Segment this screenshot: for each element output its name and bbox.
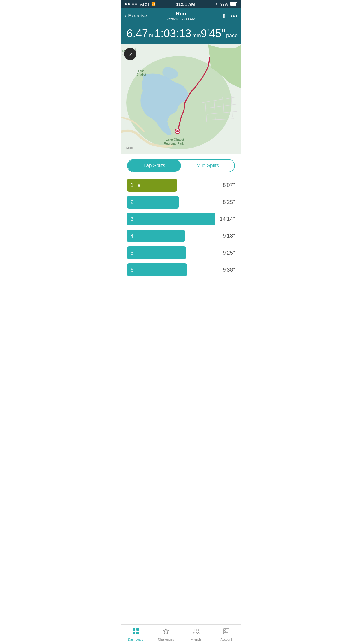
split-row: 49'18" [127,230,235,242]
pace-unit: pace [226,33,238,38]
split-time: 8'07" [215,182,235,188]
lap-splits-button[interactable]: Lap Splits [128,160,181,172]
nav-bar: ‹ Exercise Run 2/20/16, 9:00 AM ⬆ [121,8,241,24]
split-lap-number: 2 [131,199,133,205]
nav-actions: ⬆ [209,13,238,20]
more-button[interactable] [231,15,237,17]
split-time: 9'18" [215,233,235,239]
stat-distance: 6.47mi [126,28,154,39]
split-time: 9'38" [215,267,235,273]
split-lap-number: 1 [131,182,133,188]
split-lap-number: 4 [131,233,133,239]
svg-text:Lake Chabot: Lake Chabot [166,138,184,141]
carrier-label: AT&T [140,2,150,6]
split-bar-1: 1★ [127,179,177,192]
svg-text:Chabot: Chabot [137,73,146,76]
split-lap-number: 5 [131,250,133,256]
distance-unit: mi [149,33,154,38]
map-container: Lake Chabot ke t olf C rse Lake Chabot R… [121,44,241,154]
svg-text:Regional Park: Regional Park [164,142,184,145]
split-row: 314'14" [127,213,235,225]
stat-duration: 1:03:13min [154,28,201,39]
split-time: 9'25" [215,250,235,256]
split-row: 28'25" [127,196,235,209]
mile-splits-button[interactable]: Mile Splits [181,160,234,172]
chevron-left-icon: ‹ [125,13,127,19]
svg-text:Legal: Legal [126,146,133,149]
splits-toggle: Lap Splits Mile Splits [127,159,235,172]
back-button[interactable]: ‹ Exercise [125,13,153,19]
nav-title: Run 2/20/16, 9:00 AM [153,11,209,21]
stat-pace: 9'45"pace [201,28,238,39]
split-bar-2: 2 [127,196,179,209]
svg-point-20 [176,130,179,132]
map-svg: Lake Chabot ke t olf C rse Lake Chabot R… [121,44,241,154]
split-lap-number: 6 [131,267,133,273]
status-time: 11:51 AM [176,2,195,7]
wifi-icon: 📶 [151,2,156,6]
splits-list: 1★8'07"28'25"314'14"49'18"59'25"69'38" [121,175,241,283]
status-bar: AT&T 📶 11:51 AM ✦ 99% [121,0,241,8]
split-bar-3: 3 [127,213,215,225]
svg-text:Lake: Lake [138,69,145,73]
pace-value: 9'45" [201,27,225,40]
split-bar-6: 6 [127,263,187,276]
split-row: 69'38" [127,263,235,276]
battery-icon [230,2,237,6]
expand-icon: ⤢ [129,51,132,57]
battery-label: 99% [220,2,228,6]
split-time: 8'25" [215,199,235,205]
map-expand-button[interactable]: ⤢ [124,48,136,60]
splits-toggle-container: Lap Splits Mile Splits [121,154,241,175]
split-bar-4: 4 [127,230,185,242]
run-subtitle: 2/20/16, 9:00 AM [153,17,209,21]
split-time: 14'14" [215,216,235,222]
duration-value: 1:03:13 [154,27,191,40]
duration-unit: min [192,33,201,38]
share-button[interactable]: ⬆ [222,13,226,20]
bluetooth-icon: ✦ [215,2,219,6]
best-lap-star-icon: ★ [136,182,142,189]
split-bar-5: 5 [127,246,186,259]
split-row: 59'25" [127,246,235,259]
run-title: Run [153,11,209,17]
stats-bar: 6.47mi 1:03:13min 9'45"pace [121,24,241,44]
split-row: 1★8'07" [127,179,235,192]
distance-value: 6.47 [126,27,148,40]
back-label: Exercise [128,13,147,19]
split-lap-number: 3 [131,216,133,222]
